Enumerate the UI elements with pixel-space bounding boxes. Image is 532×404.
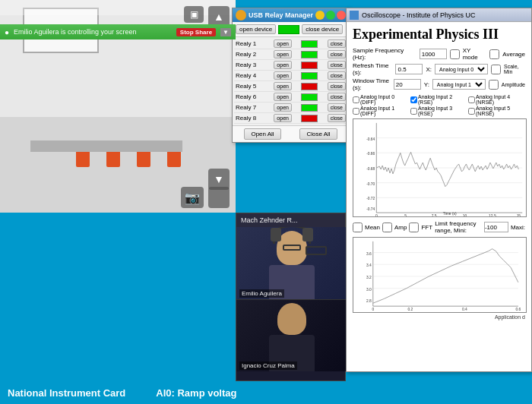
relay-8-open[interactable]: open — [274, 114, 292, 122]
mean-checkbox[interactable] — [353, 223, 363, 232]
relay-row-6: Realy 6 open close — [234, 92, 347, 103]
relay-3-indicator — [301, 62, 318, 69]
app-label: Application d — [353, 314, 525, 320]
window-time-input[interactable] — [394, 79, 421, 90]
relay-row-1: Realy 1 open close — [234, 39, 347, 49]
relay-3-close[interactable]: close — [328, 61, 346, 69]
svg-text:-0.72: -0.72 — [366, 197, 375, 200]
sharing-bar: ● Emilio Aguilera is controlling your sc… — [0, 24, 236, 39]
svg-text:0: 0 — [375, 214, 378, 216]
participant-2-label: Ignacio Cruz Palma — [239, 361, 297, 370]
svg-text:0.4: 0.4 — [462, 308, 467, 311]
usb-app-icon — [236, 10, 246, 21]
share-dropdown-button[interactable]: ▼ — [220, 28, 231, 36]
open-all-button[interactable]: Open All — [244, 128, 280, 140]
usb-title-text: USB Relay Manager — [246, 11, 315, 19]
relay-5-close[interactable]: close — [328, 82, 346, 90]
relay-6-indicator — [301, 93, 318, 101]
relay-7-name: Realy 7 — [236, 104, 264, 111]
sample-freq-input[interactable] — [420, 49, 447, 59]
relay-table: Realy 1 open close Realy 2 open close Re… — [233, 37, 349, 125]
svg-text:-0.74: -0.74 — [366, 207, 375, 211]
relay-row-2: Realy 2 open close — [234, 49, 347, 60]
maxi-label: Maxi: — [511, 224, 525, 231]
relay-8-indicator — [301, 115, 318, 122]
relay-6-open[interactable]: open — [274, 93, 292, 101]
status-left-text: National Instrument Card — [8, 387, 125, 399]
svg-text:-0.68: -0.68 — [366, 167, 375, 171]
camera-snapshot[interactable]: 📷 — [181, 187, 204, 208]
osc-app-icon — [350, 11, 359, 20]
status-right-text: AI0: Ramp voltag — [156, 387, 236, 399]
relay-4-open[interactable]: open — [274, 71, 292, 80]
average-checkbox[interactable] — [489, 49, 499, 59]
svg-text:3.0: 3.0 — [366, 288, 372, 292]
open-device-button[interactable]: open device — [236, 24, 276, 34]
svg-text:0: 0 — [372, 308, 374, 311]
amplitude-checkbox[interactable] — [489, 80, 499, 90]
limit-freq-label: Limit frequency range, Mini: — [435, 220, 482, 234]
relay-7-close[interactable]: close — [328, 103, 346, 112]
maximize-button[interactable] — [326, 11, 335, 20]
person-1-glasses — [283, 245, 301, 251]
headset-right-cup — [302, 228, 313, 241]
usb-footer: Open All Close All — [233, 125, 349, 142]
relay-2-name: Realy 2 — [236, 51, 264, 58]
participant-video-1: Emilio Aguilera — [236, 227, 347, 299]
usb-title-bar: USB Relay Manager — [233, 8, 349, 22]
headset-left-cup — [271, 228, 281, 241]
analog-input-0-check: Analog Input 0 (DIFF) — [353, 94, 410, 105]
relay-5-name: Realy 5 — [236, 83, 264, 90]
camera-mode-icon[interactable]: ▣ — [184, 6, 204, 23]
relay-row-4: Realy 4 open close — [234, 71, 347, 81]
fft-label: FFT — [421, 224, 432, 231]
stop-share-button[interactable]: Stop Share — [176, 28, 216, 36]
analog-input-2-check: Analog Input 2 (RSE) — [410, 94, 467, 105]
relay-7-indicator — [301, 104, 318, 112]
close-button[interactable] — [337, 11, 346, 20]
chart-2-svg: 3.6 3.4 3.2 3.0 2.8 0 0.2 0.4 0.6 — [353, 238, 526, 312]
close-device-button[interactable]: close device — [302, 24, 343, 34]
relay-row-7: Realy 7 open close — [234, 103, 347, 113]
svg-text:-0.70: -0.70 — [366, 182, 375, 186]
relay-5-open[interactable]: open — [274, 82, 292, 90]
usb-toolbar: open device close device — [233, 22, 349, 37]
close-all-button[interactable]: Close All — [299, 128, 337, 140]
participant-video-2: Ignacio Cruz Palma — [236, 299, 347, 371]
analog-input-5-check: Analog Input 5 (NRSE) — [468, 106, 525, 116]
relay-2-open[interactable]: open — [274, 50, 292, 58]
y-select[interactable]: Analog Input 1 — [432, 79, 486, 90]
relay-3-open[interactable]: open — [274, 61, 292, 69]
mini-input[interactable] — [484, 222, 508, 232]
device-status-indicator — [278, 25, 299, 34]
person-1-head — [277, 231, 307, 265]
refresh-time-input[interactable] — [395, 64, 423, 74]
relay-1-name: Realy 1 — [236, 40, 264, 47]
minimize-button[interactable] — [315, 11, 325, 20]
osc-content: Experimental Physics III Sample Frequenc… — [347, 22, 531, 324]
relay-1-open[interactable]: open — [274, 39, 292, 48]
svg-text:15: 15 — [517, 214, 521, 216]
relay-4-close[interactable]: close — [328, 71, 346, 80]
participants-header: Mach Zehnder R... — [236, 213, 345, 227]
amp-checkbox[interactable] — [382, 223, 392, 232]
relay-6-close[interactable]: close — [328, 93, 346, 101]
average-label: Average — [502, 51, 525, 58]
relay-4-name: Realy 4 — [236, 72, 264, 79]
scale-checkbox[interactable] — [491, 65, 501, 74]
xy-mode-checkbox[interactable] — [450, 49, 460, 59]
channel-name: Mach Zehnder R... — [241, 216, 298, 224]
relay-7-open[interactable]: open — [274, 103, 292, 112]
lab-table — [30, 140, 182, 152]
relay-3-name: Realy 3 — [236, 62, 264, 68]
relay-row-5: Realy 5 open close — [234, 81, 347, 92]
fft-checkbox[interactable] — [409, 223, 419, 232]
relay-8-close[interactable]: close — [328, 114, 346, 122]
scale-label: Scale, Min — [504, 64, 525, 74]
svg-text:3.2: 3.2 — [366, 276, 372, 279]
relay-1-close[interactable]: close — [328, 39, 346, 48]
camera-control-box[interactable] — [208, 187, 230, 208]
relay-2-close[interactable]: close — [328, 50, 346, 58]
x-select[interactable]: Analog Input 0 — [435, 64, 488, 74]
sharing-text: Emilio Aguilera is controlling your scre… — [14, 28, 172, 36]
